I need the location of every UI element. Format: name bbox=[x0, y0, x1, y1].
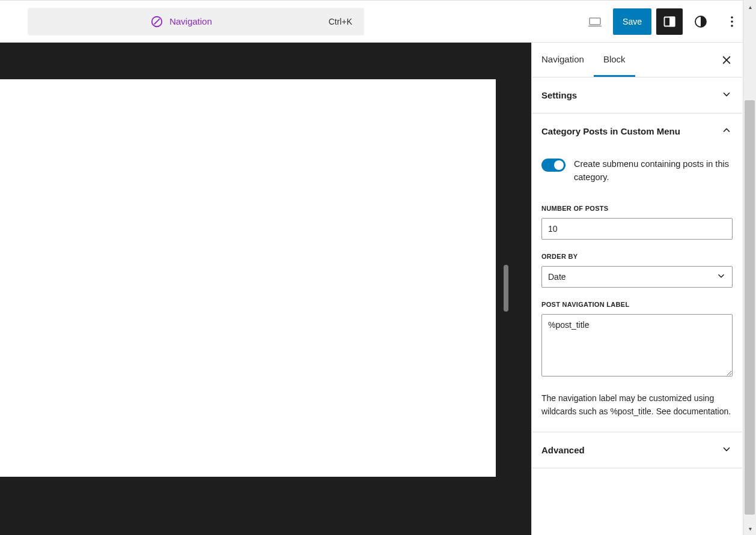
svg-point-7 bbox=[731, 16, 733, 19]
styles-button[interactable] bbox=[687, 8, 714, 35]
svg-rect-2 bbox=[590, 18, 600, 25]
panel-category-posts-header[interactable]: Category Posts in Custom Menu bbox=[532, 113, 742, 149]
chevron-down-icon bbox=[721, 443, 733, 457]
panel-advanced-header[interactable]: Advanced bbox=[532, 432, 742, 468]
post-nav-label-input[interactable] bbox=[541, 314, 733, 376]
canvas-resize-handle[interactable] bbox=[504, 265, 508, 312]
create-submenu-toggle[interactable] bbox=[541, 159, 565, 172]
save-button[interactable]: Save bbox=[613, 8, 651, 35]
settings-sidebar-button[interactable] bbox=[656, 8, 683, 35]
number-of-posts-label: Number of posts bbox=[541, 205, 733, 212]
panel-advanced-title: Advanced bbox=[541, 445, 585, 455]
post-nav-label-help: The navigation label may be customized u… bbox=[541, 391, 733, 419]
panel-category-posts-title: Category Posts in Custom Menu bbox=[541, 126, 680, 136]
command-bar[interactable]: Navigation Ctrl+K bbox=[28, 8, 364, 35]
view-button[interactable] bbox=[582, 8, 608, 35]
svg-point-8 bbox=[731, 20, 733, 23]
panel-settings-title: Settings bbox=[541, 90, 577, 100]
command-bar-label: Navigation bbox=[169, 16, 212, 26]
navigation-icon bbox=[150, 15, 163, 28]
order-by-label: Order by bbox=[541, 253, 733, 260]
chevron-up-icon bbox=[721, 124, 733, 138]
tab-block[interactable]: Block bbox=[594, 43, 635, 77]
number-of-posts-input[interactable] bbox=[541, 218, 733, 240]
post-nav-label-label: Post navigation label bbox=[541, 301, 733, 308]
close-sidebar-button[interactable] bbox=[713, 47, 740, 73]
scroll-down-arrow[interactable]: ▾ bbox=[743, 522, 756, 535]
panel-settings-header[interactable]: Settings bbox=[532, 77, 742, 113]
window-scrollbar[interactable]: ▴ ▾ bbox=[743, 0, 756, 535]
create-submenu-label: Create submenu containing posts in this … bbox=[574, 157, 733, 184]
svg-line-1 bbox=[154, 19, 159, 24]
editor-canvas-area bbox=[0, 43, 531, 535]
options-button[interactable] bbox=[719, 8, 745, 35]
chevron-down-icon bbox=[721, 88, 733, 102]
svg-rect-5 bbox=[670, 17, 675, 26]
scroll-thumb[interactable] bbox=[745, 100, 755, 515]
editor-canvas[interactable] bbox=[0, 79, 496, 477]
order-by-select[interactable]: Date bbox=[541, 266, 733, 288]
command-bar-shortcut: Ctrl+K bbox=[329, 17, 352, 26]
svg-point-9 bbox=[731, 25, 733, 27]
settings-sidebar: Navigation Block Settings bbox=[531, 43, 742, 535]
tab-navigation[interactable]: Navigation bbox=[532, 43, 594, 77]
scroll-up-arrow[interactable]: ▴ bbox=[743, 0, 756, 13]
topbar: Navigation Ctrl+K Save bbox=[0, 0, 756, 42]
